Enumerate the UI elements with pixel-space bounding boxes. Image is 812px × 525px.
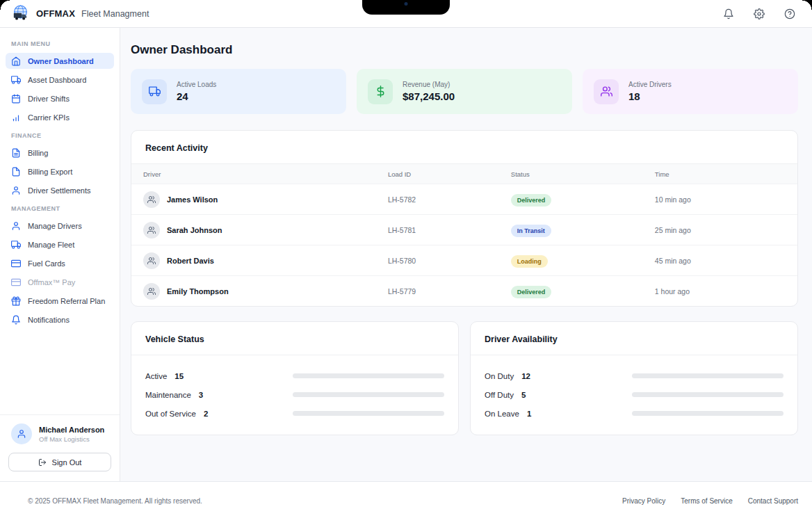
driver-name: James Wilson [167, 195, 218, 204]
time: 45 min ago [655, 257, 797, 265]
bar-chart-icon [11, 113, 21, 122]
section-label-main-menu: MAIN MENU [11, 40, 120, 47]
progress-track [293, 392, 444, 397]
device-notch [362, 0, 450, 15]
load-id: LH-5782 [388, 195, 511, 204]
screen-corner-right [802, 0, 812, 10]
screen-corner-left [0, 0, 10, 10]
driver-avatar [143, 283, 160, 300]
app-logo [11, 4, 30, 23]
table-row: James Wilson LH-5782 Delivered 10 min ag… [131, 184, 797, 214]
sidebar-item-billing[interactable]: Billing [6, 145, 114, 161]
driver-avatar [143, 252, 160, 269]
status-badge: In Transit [511, 225, 551, 237]
sidebar-item-manage-drivers[interactable]: Manage Drivers [6, 218, 114, 234]
bell-icon [11, 315, 21, 325]
table-header: Driver Load ID Status Time [131, 164, 797, 184]
progress-row-off-duty: Off Duty 5 [485, 385, 783, 404]
sign-out-button[interactable]: Sign Out [8, 453, 111, 471]
table-row: Emily Thompson LH-5779 Delivered 1 hour … [131, 275, 797, 306]
profile-company: Off Max Logistics [39, 435, 104, 443]
table-row: Sarah Johnson LH-5781 In Transit 25 min … [131, 214, 797, 245]
recent-activity-title: Recent Activity [131, 131, 797, 164]
driver-availability-title: Driver Availability [471, 322, 797, 355]
status-badge: Delivered [511, 286, 552, 298]
gift-icon [11, 296, 21, 306]
driver-name: Emily Thompson [167, 287, 229, 296]
vehicle-status-card: Vehicle Status Active 15 Maintenance 3 [131, 321, 459, 435]
stat-cards: Active Loads 24 Revenue (May) $87,245.00… [131, 69, 798, 114]
help-button[interactable] [783, 7, 797, 21]
sidebar-item-offmax-pay[interactable]: Offmax™ Pay [6, 274, 114, 290]
section-label-finance: FINANCE [11, 132, 120, 139]
column-status: Status [511, 170, 655, 178]
stat-value: 18 [628, 90, 672, 102]
sidebar-item-freedom-referral-plan[interactable]: Freedom Referral Plan [6, 293, 114, 309]
sidebar-item-owner-dashboard[interactable]: Owner Dashboard [6, 53, 114, 69]
stat-card-active-drivers: Active Drivers 18 [583, 69, 798, 114]
load-id: LH-5781 [388, 226, 511, 234]
progress-row-maintenance: Maintenance 3 [145, 385, 444, 404]
driver-name: Sarah Johnson [167, 226, 222, 234]
stat-value: $87,245.00 [403, 90, 455, 102]
help-icon [784, 8, 795, 19]
sidebar-item-driver-settlements[interactable]: Driver Settlements [6, 182, 114, 198]
column-load-id: Load ID [388, 170, 511, 178]
sidebar-item-carrier-kpis[interactable]: Carrier KPIs [6, 109, 114, 125]
file-text-icon [11, 148, 21, 158]
sidebar: MAIN MENU Owner Dashboard Asset Dashboar… [0, 28, 120, 481]
time: 1 hour ago [655, 287, 797, 296]
column-driver: Driver [143, 170, 388, 178]
profile-name: Michael Anderson [39, 426, 104, 434]
contact-support-link[interactable]: Contact Support [748, 497, 798, 505]
home-icon [11, 56, 21, 66]
truck-icon [11, 240, 21, 250]
sidebar-item-driver-shifts[interactable]: Driver Shifts [6, 90, 114, 106]
sidebar-item-notifications[interactable]: Notifications [6, 312, 114, 328]
column-time: Time [655, 170, 797, 178]
notifications-button[interactable] [722, 7, 736, 21]
progress-row-on-leave: On Leave 1 [485, 404, 783, 423]
driver-avatar [143, 191, 160, 208]
progress-track [632, 373, 783, 378]
privacy-policy-link[interactable]: Privacy Policy [622, 497, 665, 505]
progress-track [632, 411, 783, 416]
avatar [11, 423, 32, 444]
truck-icon [11, 75, 21, 85]
driver-availability-card: Driver Availability On Duty 12 Off Duty … [470, 321, 798, 435]
users-icon [594, 79, 619, 104]
progress-row-active: Active 15 [145, 366, 444, 385]
status-badge: Delivered [511, 194, 552, 207]
progress-row-out-of-service: Out of Service 2 [145, 404, 444, 423]
sidebar-item-fuel-cards[interactable]: Fuel Cards [6, 255, 114, 271]
sidebar-footer: Michael Anderson Off Max Logistics Sign … [0, 414, 120, 481]
terms-of-service-link[interactable]: Terms of Service [681, 497, 732, 505]
progress-track [293, 411, 444, 416]
copyright-text: © 2025 OFFMAX Fleet Management. All righ… [28, 497, 202, 505]
page-title: Owner Dashboard [131, 43, 798, 57]
credit-card-icon [11, 277, 21, 287]
stat-label: Active Loads [177, 81, 216, 88]
settings-button[interactable] [752, 7, 766, 21]
credit-card-icon [11, 259, 21, 268]
header-actions [722, 7, 797, 21]
sidebar-item-billing-export[interactable]: Billing Export [6, 163, 114, 179]
truck-icon [142, 79, 167, 104]
stat-label: Revenue (May) [403, 81, 455, 88]
progress-row-on-duty: On Duty 12 [485, 366, 783, 385]
stat-card-active-loads: Active Loads 24 [131, 69, 346, 114]
driver-name: Robert Davis [167, 257, 214, 265]
stat-card-revenue: Revenue (May) $87,245.00 [357, 69, 572, 114]
sidebar-item-manage-fleet[interactable]: Manage Fleet [6, 236, 114, 252]
vehicle-status-title: Vehicle Status [131, 322, 458, 355]
sidebar-item-asset-dashboard[interactable]: Asset Dashboard [6, 72, 114, 88]
progress-track [632, 392, 783, 397]
brand-name: OFFMAX [36, 8, 75, 19]
stat-label: Active Drivers [628, 81, 672, 88]
footer-links: Privacy Policy Terms of Service Contact … [622, 497, 798, 505]
gear-icon [754, 8, 765, 19]
user-icon [11, 186, 21, 195]
status-badge: Loading [511, 255, 548, 268]
load-id: LH-5779 [388, 287, 511, 296]
bell-icon [723, 8, 734, 19]
